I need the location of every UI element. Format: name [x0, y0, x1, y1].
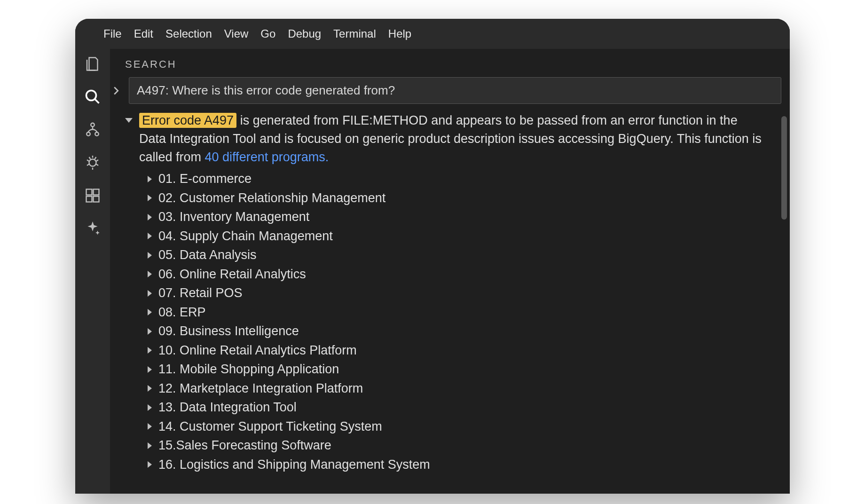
panel-title: SEARCH	[110, 49, 790, 77]
program-item[interactable]: 12. Marketplace Integration Platform	[148, 379, 778, 398]
program-label: 09. Business Intelligence	[158, 322, 299, 341]
program-label: 16. Logistics and Shipping Management Sy…	[158, 455, 430, 474]
svg-point-2	[91, 123, 94, 127]
menu-file[interactable]: File	[103, 27, 122, 40]
expand-toggle-icon[interactable]	[113, 86, 124, 95]
program-label: 03. Inventory Management	[158, 207, 309, 227]
body-row: SEARCH Error code A497 is generated from…	[75, 49, 790, 494]
svg-rect-9	[94, 197, 99, 202]
result-header[interactable]: Error code A497 is generated from FILE:M…	[125, 111, 778, 166]
menu-view[interactable]: View	[224, 27, 249, 40]
menu-selection[interactable]: Selection	[165, 27, 212, 40]
result-area: Error code A497 is generated from FILE:M…	[110, 104, 790, 494]
svg-rect-8	[86, 197, 92, 202]
program-item[interactable]: 07. Retail POS	[148, 284, 778, 303]
chevron-right-icon	[148, 233, 152, 239]
program-label: 13. Data Integration Tool	[158, 398, 297, 417]
debug-icon[interactable]	[84, 154, 101, 171]
svg-point-4	[95, 132, 99, 136]
chevron-right-icon	[148, 309, 152, 315]
activity-bar	[75, 49, 110, 494]
program-label: 12. Marketplace Integration Platform	[158, 379, 363, 398]
program-item[interactable]: 15.Sales Forecasting Software	[148, 436, 778, 455]
collapse-icon[interactable]	[125, 118, 133, 123]
chevron-right-icon	[148, 195, 152, 201]
svg-point-0	[86, 91, 96, 101]
result-summary: Error code A497 is generated from FILE:M…	[137, 111, 764, 166]
svg-rect-6	[86, 189, 92, 195]
chevron-right-icon	[148, 347, 152, 354]
program-label: 01. E-commerce	[158, 169, 252, 189]
chevron-right-icon	[148, 404, 152, 411]
source-control-icon[interactable]	[84, 121, 101, 138]
program-label: 02. Customer Relationship Management	[158, 189, 385, 208]
chevron-right-icon	[148, 366, 152, 373]
program-label: 10. Online Retail Analytics Platform	[158, 341, 357, 360]
chevron-right-icon	[148, 252, 152, 259]
program-item[interactable]: 11. Mobile Shopping Application	[148, 360, 778, 379]
program-label: 04. Supply Chain Management	[158, 227, 333, 246]
program-label: 06. Online Retail Analytics	[158, 265, 306, 284]
explorer-icon[interactable]	[84, 55, 101, 72]
menu-help[interactable]: Help	[388, 27, 411, 40]
svg-rect-7	[94, 189, 99, 195]
program-list: 01. E-commerce02. Customer Relationship …	[125, 166, 778, 474]
program-item[interactable]: 01. E-commerce	[148, 169, 778, 189]
chevron-right-icon	[148, 290, 152, 297]
program-label: 05. Data Analysis	[158, 245, 257, 265]
search-row	[110, 77, 790, 104]
program-item[interactable]: 04. Supply Chain Management	[148, 227, 778, 246]
chevron-right-icon	[148, 214, 152, 220]
chevron-right-icon	[148, 442, 152, 449]
programs-link[interactable]: 40 different programs.	[205, 150, 329, 164]
program-item[interactable]: 05. Data Analysis	[148, 245, 778, 265]
svg-point-5	[89, 159, 96, 166]
program-label: 14. Customer Support Ticketing System	[158, 417, 382, 436]
menubar: File Edit Selection View Go Debug Termin…	[75, 19, 790, 49]
chevron-right-icon	[148, 423, 152, 430]
program-item[interactable]: 13. Data Integration Tool	[148, 398, 778, 417]
search-input[interactable]	[129, 77, 781, 104]
menu-debug[interactable]: Debug	[288, 27, 321, 40]
program-label: 07. Retail POS	[158, 284, 243, 303]
program-label: 11. Mobile Shopping Application	[158, 360, 339, 379]
search-icon[interactable]	[84, 88, 101, 105]
chevron-right-icon	[148, 328, 152, 335]
chevron-right-icon	[148, 385, 152, 392]
program-item[interactable]: 16. Logistics and Shipping Management Sy…	[148, 455, 778, 474]
scrollbar[interactable]	[781, 116, 787, 220]
svg-point-3	[86, 132, 90, 136]
search-panel: SEARCH Error code A497 is generated from…	[110, 49, 790, 494]
program-item[interactable]: 09. Business Intelligence	[148, 322, 778, 341]
svg-line-1	[95, 99, 99, 103]
sparkle-icon[interactable]	[84, 220, 101, 237]
chevron-right-icon	[148, 271, 152, 277]
extensions-icon[interactable]	[84, 187, 101, 204]
program-item[interactable]: 10. Online Retail Analytics Platform	[148, 341, 778, 360]
program-item[interactable]: 02. Customer Relationship Management	[148, 189, 778, 208]
program-item[interactable]: 08. ERP	[148, 303, 778, 322]
editor-window: File Edit Selection View Go Debug Termin…	[75, 19, 790, 494]
program-item[interactable]: 03. Inventory Management	[148, 207, 778, 227]
menu-edit[interactable]: Edit	[134, 27, 153, 40]
menu-go[interactable]: Go	[260, 27, 275, 40]
highlighted-term: Error code A497	[139, 113, 236, 128]
program-item[interactable]: 14. Customer Support Ticketing System	[148, 417, 778, 436]
program-label: 08. ERP	[158, 303, 206, 322]
program-item[interactable]: 06. Online Retail Analytics	[148, 265, 778, 284]
program-label: 15.Sales Forecasting Software	[158, 436, 331, 455]
chevron-right-icon	[148, 176, 152, 182]
chevron-right-icon	[148, 461, 152, 468]
menu-terminal[interactable]: Terminal	[333, 27, 376, 40]
